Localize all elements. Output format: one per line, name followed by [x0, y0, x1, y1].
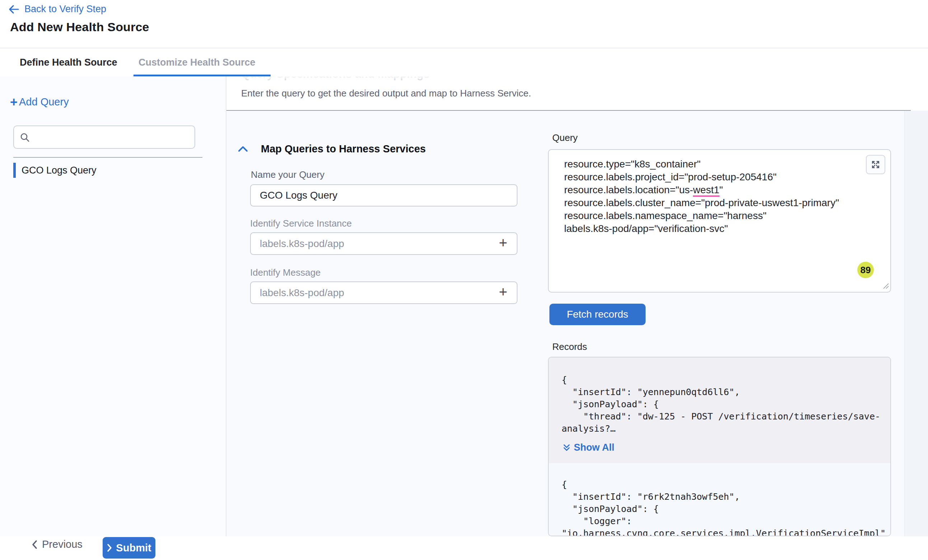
query-textarea[interactable]: resource.type="k8s_container" resource.l… [548, 149, 891, 292]
resize-grip-icon [882, 282, 890, 290]
footer-bar: Previous Submit [0, 536, 928, 560]
chevron-up-icon [238, 146, 248, 153]
submit-label: Submit [116, 542, 151, 554]
query-label: Query [552, 132, 578, 143]
chevron-right-icon [107, 543, 112, 552]
add-message-icon[interactable]: + [496, 285, 510, 300]
plus-icon: + [10, 96, 18, 108]
double-chevron-down-icon [563, 444, 570, 452]
query-name-input[interactable] [250, 184, 517, 207]
previous-button[interactable]: Previous [31, 539, 82, 550]
sidebar-item-gco-logs-query[interactable]: GCO Logs Query [0, 162, 201, 178]
record-json: { "insertId": "yennepun0qtd6ll6", "jsonP… [562, 374, 883, 435]
tab-bar: Define Health Source Customize Health So… [0, 48, 928, 77]
section-subtitle: Enter the query to get the desired outpu… [241, 88, 531, 99]
expand-icon [871, 160, 881, 170]
name-query-label: Name your Query [251, 169, 324, 180]
chevron-left-icon [31, 540, 38, 549]
identify-service-instance-label: Identify Service Instance [250, 218, 352, 229]
tab-define-health-source[interactable]: Define Health Source [20, 57, 118, 68]
query-item-label: GCO Logs Query [21, 165, 96, 176]
record-card: { "insertId": "r6rk2tnah3owf5eh", "jsonP… [549, 463, 890, 536]
record-json: { "insertId": "r6rk2tnah3owf5eh", "jsonP… [562, 479, 883, 536]
grammar-count-badge[interactable]: 89 [857, 262, 874, 278]
service-instance-input[interactable] [250, 232, 517, 255]
sidebar-divider [13, 157, 202, 158]
add-query-button[interactable]: + Add Query [10, 96, 69, 108]
show-all-label: Show All [574, 442, 614, 453]
page-title: Add New Health Source [10, 20, 149, 34]
show-all-link[interactable]: Show All [563, 442, 614, 453]
add-query-label: Add Query [19, 96, 69, 108]
fetch-records-button[interactable]: Fetch records [549, 304, 646, 325]
query-search-box [13, 125, 195, 149]
records-panel: { "insertId": "yennepun0qtd6ll6", "jsonP… [548, 357, 891, 536]
message-input[interactable] [250, 282, 517, 304]
search-icon [20, 132, 30, 142]
records-label: Records [552, 341, 587, 352]
query-text: resource.type="k8s_container" resource.l… [564, 158, 839, 235]
section-header: Query Specifications and Mappings Enter … [226, 76, 928, 111]
record-card: { "insertId": "yennepun0qtd6ll6", "jsonP… [549, 358, 890, 463]
collapse-section-button[interactable] [238, 146, 248, 154]
page-background-strip [904, 111, 928, 536]
back-link-label: Back to Verify Step [24, 4, 106, 15]
expand-query-button[interactable] [866, 155, 885, 174]
map-queries-heading: Map Queries to Harness Services [261, 143, 426, 155]
submit-button[interactable]: Submit [103, 537, 156, 558]
search-input[interactable] [34, 131, 194, 143]
selected-indicator [13, 163, 16, 178]
tab-customize-health-source[interactable]: Customize Health Source [139, 57, 255, 68]
back-link[interactable]: Back to Verify Step [8, 4, 106, 15]
identify-message-label: Identify Message [250, 267, 321, 278]
previous-label: Previous [42, 539, 82, 550]
back-arrow-icon [8, 5, 19, 14]
add-service-instance-icon[interactable]: + [496, 236, 510, 251]
resize-handle[interactable] [882, 282, 890, 291]
